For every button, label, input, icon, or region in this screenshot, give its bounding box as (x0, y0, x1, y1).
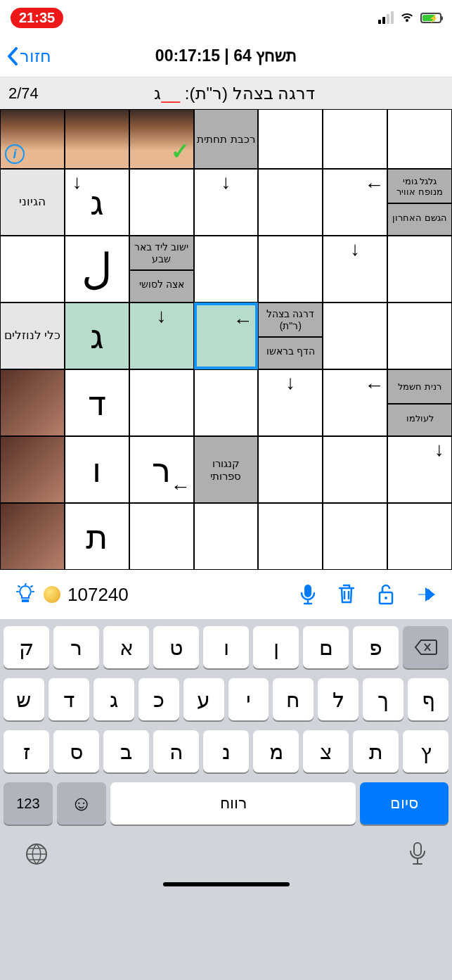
key-123[interactable]: 123 (4, 782, 53, 825)
cell[interactable]: ↓ (387, 436, 452, 503)
image-cell[interactable] (65, 109, 129, 169)
key-backspace[interactable] (403, 626, 448, 668)
cell[interactable] (258, 169, 323, 236)
cell[interactable] (129, 169, 194, 236)
cell[interactable] (129, 503, 194, 570)
image-cell[interactable] (0, 503, 65, 570)
cell[interactable]: ل (65, 236, 129, 303)
cell[interactable]: ד (65, 369, 129, 436)
image-cell[interactable] (0, 369, 65, 436)
key-כ[interactable]: כ (138, 678, 179, 720)
coin-icon (44, 586, 60, 603)
cell[interactable]: ו (65, 436, 129, 503)
crossword-grid[interactable]: i ✓ רכבת תחתית הגיוני ג↓ ↓ ← גלגל גומי מ… (0, 109, 452, 570)
cell[interactable]: ג↓ (65, 169, 129, 236)
cell[interactable] (258, 109, 323, 169)
mic-icon[interactable] (299, 583, 317, 606)
key-ת[interactable]: ת (353, 730, 399, 772)
key-ז[interactable]: ז (4, 730, 49, 772)
clue-cell[interactable]: הגיוני (0, 169, 65, 236)
key-י[interactable]: י (228, 678, 269, 720)
cell[interactable] (387, 109, 452, 169)
active-cell[interactable]: ← (194, 303, 259, 369)
trash-icon[interactable] (337, 583, 356, 606)
key-ב[interactable]: ב (103, 730, 149, 772)
key-ח[interactable]: ח (273, 678, 314, 720)
key-ך[interactable]: ך (363, 678, 403, 720)
key-ט[interactable]: ט (153, 626, 199, 668)
status-right: ⚡ (378, 11, 441, 24)
cell[interactable] (387, 503, 452, 570)
back-label: חזור (20, 46, 51, 66)
clue-cell[interactable]: רכבת תחתית (194, 109, 259, 169)
key-ל[interactable]: ל (318, 678, 359, 720)
clue-cell[interactable]: ישוב ליד באר שבעאצה לסושי (129, 236, 194, 303)
key-done[interactable]: סיום (360, 782, 448, 825)
key-ד[interactable]: ד (49, 678, 89, 720)
clue-cell[interactable]: גלגל גומי מנופח אווירהגשם האחרון (387, 169, 452, 236)
cell[interactable] (258, 236, 323, 303)
cell[interactable] (323, 109, 387, 169)
cell[interactable] (323, 303, 387, 369)
cell[interactable] (323, 503, 387, 570)
key-space[interactable]: רווח (110, 782, 356, 825)
key-ק[interactable]: ק (4, 626, 49, 668)
clue-cell[interactable]: כלי לנוזלים (0, 303, 65, 369)
key-ץ[interactable]: ץ (403, 730, 448, 772)
arrow-down-icon: ↓ (434, 438, 444, 461)
clue-cell[interactable]: קנגורו ספרותי (194, 436, 259, 503)
lock-icon[interactable] (376, 583, 396, 606)
cell[interactable] (194, 236, 259, 303)
cell[interactable] (387, 236, 452, 303)
cell[interactable]: ↓ (129, 303, 194, 369)
image-cell[interactable]: i (0, 109, 65, 169)
clue-cell[interactable]: רנית חשמללעולמו (387, 369, 452, 436)
cell[interactable] (258, 503, 323, 570)
dictate-icon[interactable] (408, 841, 427, 867)
key-ר[interactable]: ר (53, 626, 99, 668)
key-emoji[interactable]: ☺ (57, 782, 106, 825)
arrow-down-icon: ↓ (285, 371, 295, 394)
key-פ[interactable]: פ (353, 626, 399, 668)
key-ש[interactable]: ש (4, 678, 44, 720)
cell[interactable] (258, 436, 323, 503)
cell[interactable]: ת (65, 503, 129, 570)
cell[interactable]: ג (65, 303, 129, 369)
svg-rect-0 (304, 585, 311, 597)
cell[interactable] (129, 369, 194, 436)
key-ם[interactable]: ם (303, 626, 349, 668)
cell[interactable]: ↓ (323, 236, 387, 303)
cell[interactable] (0, 236, 65, 303)
cell[interactable] (194, 369, 259, 436)
cell[interactable] (387, 303, 452, 369)
cell[interactable]: ← (323, 369, 387, 436)
info-icon[interactable]: i (5, 144, 25, 164)
key-ג[interactable]: ג (93, 678, 134, 720)
hint-icon[interactable] (14, 583, 37, 606)
key-מ[interactable]: מ (253, 730, 299, 772)
cell[interactable]: ↓ (194, 169, 259, 236)
battery-icon: ⚡ (420, 13, 441, 23)
back-button[interactable]: חזור (7, 46, 51, 66)
cell[interactable] (194, 503, 259, 570)
image-cell[interactable] (0, 436, 65, 503)
clue-cell[interactable]: דרגה בצהל (ר"ת)הדף בראשו (258, 303, 323, 369)
cell[interactable]: ← (323, 169, 387, 236)
key-ס[interactable]: ס (53, 730, 99, 772)
key-ו[interactable]: ו (203, 626, 249, 668)
cell[interactable] (323, 436, 387, 503)
key-צ[interactable]: צ (303, 730, 349, 772)
page-title: תשחץ 64 | 00:17:15 (155, 46, 297, 65)
svg-rect-4 (414, 843, 421, 855)
key-ע[interactable]: ע (183, 678, 224, 720)
globe-icon[interactable] (25, 842, 49, 866)
key-ה[interactable]: ה (153, 730, 199, 772)
key-א[interactable]: א (103, 626, 149, 668)
key-ף[interactable]: ף (408, 678, 448, 720)
cell[interactable]: ↓ (258, 369, 323, 436)
next-icon[interactable] (415, 585, 438, 604)
key-ן[interactable]: ן (253, 626, 299, 668)
cell[interactable]: ר← (129, 436, 194, 503)
key-נ[interactable]: נ (203, 730, 249, 772)
image-cell[interactable]: ✓ (129, 109, 194, 169)
